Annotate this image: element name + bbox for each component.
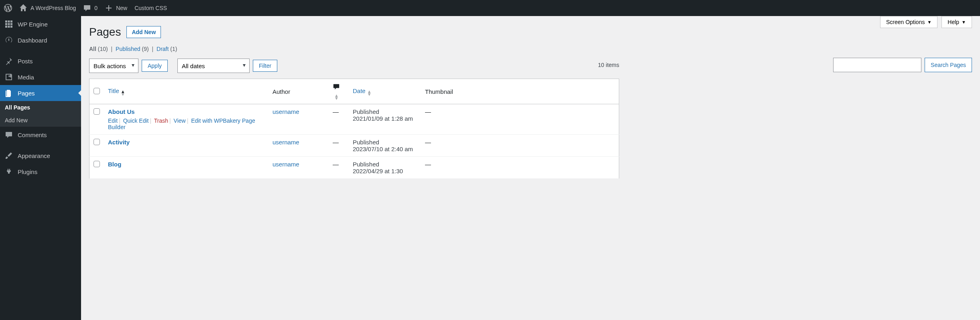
page-title-link[interactable]: About Us (108, 108, 135, 115)
search-row: Search Pages (833, 58, 972, 72)
site-title: A WordPress Blog (30, 5, 76, 11)
page-title: Pages (89, 26, 121, 38)
row-status: Published (353, 108, 417, 115)
select-all-checkbox[interactable] (94, 88, 100, 94)
add-new-button[interactable]: Add New (126, 26, 161, 38)
row-checkbox[interactable] (94, 139, 100, 145)
row-checkbox[interactable] (94, 161, 100, 167)
separator: | (152, 46, 154, 52)
wpengine-icon (5, 20, 13, 28)
comments-column-icon[interactable] (333, 85, 340, 91)
table-row: Activity username — Published2023/07/10 … (89, 135, 619, 157)
plus-icon (105, 4, 113, 12)
tablenav-top: Bulk actions Apply All dates Filter 10 i… (89, 59, 619, 73)
col-author: Author (272, 88, 290, 95)
filter-draft[interactable]: Draft (157, 46, 169, 52)
home-icon (19, 4, 27, 12)
dates-select[interactable]: All dates (177, 59, 250, 73)
sidebar-item-media[interactable]: Media (0, 69, 81, 85)
page-title-link[interactable]: Activity (108, 139, 130, 146)
svg-rect-5 (10, 23, 12, 25)
plug-icon (5, 168, 13, 176)
sidebar-item-label: Pages (18, 90, 35, 97)
filter-button[interactable]: Filter (253, 60, 277, 72)
admin-sidebar: WP Engine Dashboard Posts Media Pages Al… (0, 16, 81, 320)
col-date[interactable]: Date (353, 87, 366, 94)
sidebar-item-label: Posts (18, 58, 33, 65)
sidebar-item-wpengine[interactable]: WP Engine (0, 16, 81, 32)
author-link[interactable]: username (272, 108, 299, 115)
separator: | (111, 46, 113, 52)
pages-icon (5, 89, 13, 97)
pages-table: Title▲▼ Author ▲▼ Date▲▼ Thumbnail About… (89, 79, 619, 179)
action-quick-edit[interactable]: Quick Edit (123, 117, 149, 124)
sidebar-item-pages[interactable]: Pages (0, 85, 81, 101)
sort-icon: ▲▼ (121, 90, 125, 96)
sort-icon: ▲▼ (367, 90, 372, 96)
new-content-link[interactable]: New (105, 4, 127, 12)
svg-rect-1 (8, 20, 10, 22)
row-status: Published (353, 139, 417, 146)
chevron-down-icon: ▼ (962, 20, 966, 24)
submenu-all-pages[interactable]: All Pages (0, 101, 81, 114)
comments-cell: — (329, 135, 349, 157)
custom-css-link[interactable]: Custom CSS (134, 5, 167, 11)
action-view[interactable]: View (174, 117, 186, 124)
submenu-label: Add New (5, 117, 28, 124)
filter-all[interactable]: All (89, 46, 96, 52)
help-button[interactable]: Help▼ (941, 16, 972, 28)
sort-icon: ▲▼ (334, 94, 339, 100)
row-date: 2021/01/09 at 1:28 am (353, 115, 417, 122)
search-button[interactable]: Search Pages (925, 58, 972, 72)
filter-published-count: (9) (142, 46, 149, 52)
thumbnail-cell: — (421, 157, 619, 179)
table-row: Blog username — Published2022/04/29 at 1… (89, 157, 619, 179)
comment-icon (83, 4, 91, 12)
author-link[interactable]: username (272, 139, 299, 146)
custom-css-label: Custom CSS (134, 5, 167, 11)
svg-rect-3 (5, 23, 7, 25)
author-link[interactable]: username (272, 161, 299, 168)
page-title-link[interactable]: Blog (108, 161, 121, 168)
sidebar-item-comments[interactable]: Comments (0, 127, 81, 143)
media-icon (5, 73, 13, 81)
search-input[interactable] (833, 58, 921, 72)
action-edit[interactable]: Edit (108, 117, 118, 124)
screen-options-button[interactable]: Screen Options▼ (880, 16, 937, 28)
submenu-add-new[interactable]: Add New (0, 114, 81, 127)
bulk-actions-select[interactable]: Bulk actions (89, 59, 138, 73)
sidebar-item-appearance[interactable]: Appearance (0, 148, 81, 164)
filter-all-count: (10) (98, 46, 108, 52)
chevron-down-icon: ▼ (927, 20, 931, 24)
sidebar-separator (0, 48, 81, 53)
comments-count: 0 (94, 5, 98, 11)
filter-published[interactable]: Published (116, 46, 140, 52)
sidebar-item-dashboard[interactable]: Dashboard (0, 32, 81, 48)
row-actions: Edit| Quick Edit| Trash| View| Edit with… (108, 117, 264, 130)
action-trash[interactable]: Trash (154, 117, 168, 124)
items-count: 10 items (598, 62, 619, 68)
sidebar-item-label: Comments (18, 132, 47, 138)
sidebar-item-label: Media (18, 74, 34, 81)
svg-rect-8 (10, 26, 12, 28)
site-link[interactable]: A WordPress Blog (19, 4, 76, 12)
filter-draft-count: (1) (170, 46, 177, 52)
row-checkbox[interactable] (94, 108, 100, 115)
row-status: Published (353, 161, 417, 168)
sidebar-item-posts[interactable]: Posts (0, 53, 81, 69)
comments-cell: — (329, 104, 349, 135)
wp-logo[interactable] (4, 4, 12, 12)
table-header-row: Title▲▼ Author ▲▼ Date▲▼ Thumbnail (89, 79, 619, 104)
col-title[interactable]: Title (108, 87, 119, 94)
sidebar-item-plugins[interactable]: Plugins (0, 164, 81, 180)
pin-icon (5, 57, 13, 65)
sidebar-item-label: Dashboard (18, 37, 47, 44)
sidebar-separator (0, 143, 81, 148)
sidebar-item-label: Plugins (18, 168, 37, 175)
sidebar-submenu-pages: All Pages Add New (0, 101, 81, 127)
page-header: Pages Add New (89, 16, 972, 38)
apply-button[interactable]: Apply (142, 60, 168, 72)
comments-link[interactable]: 0 (83, 4, 98, 12)
dashboard-icon (5, 36, 13, 44)
thumbnail-cell: — (421, 135, 619, 157)
